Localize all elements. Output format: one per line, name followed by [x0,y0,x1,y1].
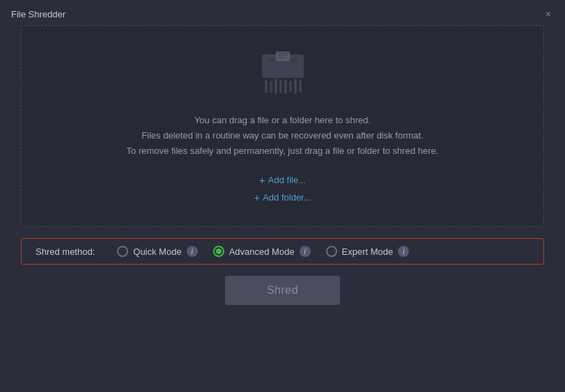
add-file-label: Add file... [268,175,306,185]
radio-advanced-mode[interactable]: Advanced Mode i [213,246,311,257]
svg-rect-8 [270,81,272,93]
shred-button[interactable]: Shred [225,276,340,305]
svg-rect-6 [262,72,304,78]
svg-rect-3 [278,53,288,54]
svg-rect-12 [289,81,292,93]
shred-button-row: Shred [0,276,565,305]
drop-line2: Files deleted in a routine way can be re… [127,128,439,143]
radio-circle-expert [326,246,337,257]
svg-rect-5 [278,57,285,58]
drop-zone[interactable]: You can drag a file or a folder here to … [21,25,544,227]
shred-method-row: Shred method: Quick Mode i Advanced Mode… [21,238,544,265]
add-folder-link[interactable]: + Add folder... [254,191,311,203]
svg-rect-10 [279,80,282,93]
title-bar: File Shredder × [0,0,565,25]
close-button[interactable]: × [543,8,554,19]
shredder-icon [255,49,311,100]
svg-rect-14 [299,80,302,93]
info-icon-expert[interactable]: i [398,246,409,257]
svg-rect-4 [278,55,288,56]
radio-circle-advanced [213,246,224,257]
radio-label-advanced: Advanced Mode [229,246,295,257]
drop-line3: To remove files safely and permanently, … [127,143,439,159]
add-file-link[interactable]: + Add file... [259,174,306,186]
radio-circle-quick [117,246,128,257]
svg-rect-9 [274,79,277,94]
drop-line1: You can drag a file or a folder here to … [127,113,439,128]
info-icon-advanced[interactable]: i [300,246,311,257]
radio-label-quick: Quick Mode [133,246,181,257]
drop-zone-text: You can drag a file or a folder here to … [127,113,439,159]
svg-rect-11 [284,79,287,94]
radio-label-expert: Expert Mode [342,246,394,257]
svg-rect-13 [294,79,297,94]
info-icon-quick[interactable]: i [187,246,198,257]
radio-expert-mode[interactable]: Expert Mode i [326,246,410,257]
content-area: You can drag a file or a folder here to … [21,25,544,227]
file-shredder-window: File Shredder × [0,0,565,392]
svg-rect-7 [265,79,268,93]
add-folder-plus: + [254,191,260,203]
add-links: + Add file... + Add folder... [254,174,311,203]
shred-method-label: Shred method: [36,246,95,257]
radio-group: Quick Mode i Advanced Mode i Expert Mode… [117,246,409,257]
add-file-plus: + [259,174,265,186]
add-folder-label: Add folder... [263,192,311,203]
radio-quick-mode[interactable]: Quick Mode i [117,246,197,257]
window-title: File Shredder [11,9,65,19]
